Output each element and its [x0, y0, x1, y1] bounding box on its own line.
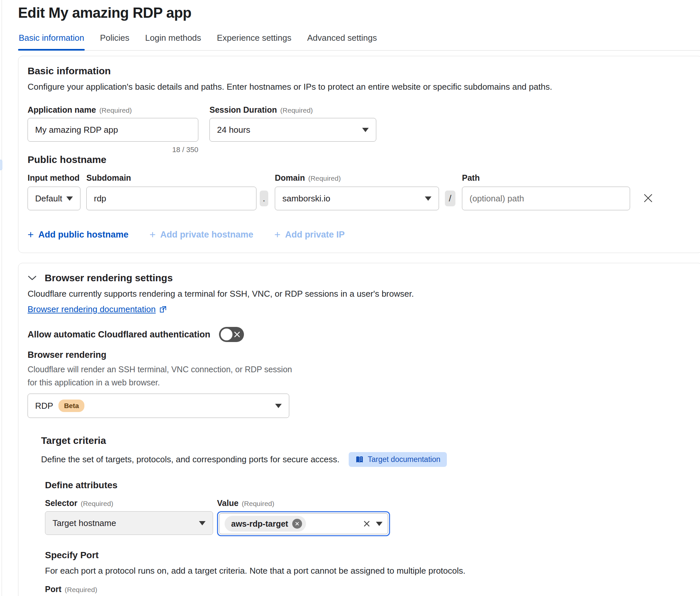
remove-tag-button[interactable] — [292, 519, 302, 529]
selector-label: Selector — [45, 498, 77, 507]
collapse-section-button[interactable] — [28, 275, 37, 281]
selector-select[interactable]: Target hostname — [45, 511, 213, 535]
subdomain-label: Subdomain — [86, 173, 256, 183]
path-label: Path — [462, 173, 630, 183]
domain-label: Domain — [275, 173, 305, 182]
browser-rendering-doc-link[interactable]: Browser rendering documentation — [28, 304, 167, 315]
add-private-ip-label: Add private IP — [285, 230, 345, 240]
session-duration-value: 24 hours — [217, 125, 250, 135]
browser-rendering-select-description: Cloudflare will render an SSH terminal, … — [28, 363, 297, 389]
selector-required: (Required) — [81, 500, 113, 507]
chevron-down-icon — [66, 197, 73, 201]
plus-icon: + — [28, 229, 34, 241]
path-input[interactable] — [462, 187, 630, 210]
port-required: (Required) — [65, 586, 97, 593]
tab-policies[interactable]: Policies — [99, 30, 130, 50]
target-documentation-badge[interactable]: Target documentation — [349, 452, 447, 467]
browser-rendering-select-label: Browser rendering — [28, 350, 693, 360]
slash-separator: / — [445, 191, 456, 206]
add-private-ip-button[interactable]: + Add private IP — [274, 229, 344, 241]
left-edge-highlight — [0, 160, 2, 170]
chevron-down-icon — [376, 522, 383, 526]
define-attributes-heading: Define attributes — [45, 480, 693, 491]
toggle-knob — [221, 328, 232, 340]
target-documentation-label: Target documentation — [368, 455, 440, 464]
tab-advanced-settings[interactable]: Advanced settings — [306, 30, 377, 50]
chevron-down-icon — [199, 521, 206, 525]
port-label: Port — [45, 585, 61, 594]
tab-login-methods[interactable]: Login methods — [145, 30, 202, 50]
specify-port-section: Specify Port For each port a protocol ru… — [45, 550, 693, 596]
value-required: (Required) — [242, 500, 274, 507]
application-name-input[interactable] — [28, 118, 198, 142]
session-duration-label: Session Duration — [209, 105, 277, 114]
basic-information-card: Basic information Configure your applica… — [18, 56, 700, 253]
close-icon — [295, 521, 300, 526]
browser-rendering-select[interactable]: RDP Beta — [28, 394, 289, 418]
browser-rendering-description: Cloudflare currently supports rendering … — [28, 289, 693, 299]
session-duration-select[interactable]: 24 hours — [209, 118, 376, 142]
close-icon — [643, 193, 654, 204]
session-duration-required: (Required) — [280, 106, 313, 114]
target-criteria-description: Define the set of targets, protocols, an… — [41, 454, 339, 465]
plus-icon: + — [149, 229, 156, 241]
application-name-char-count: 18 / 350 — [28, 146, 198, 154]
browser-rendering-card: Browser rendering settings Cloudflare cu… — [18, 263, 700, 596]
public-hostname-row: Input method Default Subdomain . Domain(… — [28, 173, 693, 210]
page-title: Edit My amazing RDP app — [18, 5, 700, 21]
value-multiselect-focus-ring: aws-rdp-target — [217, 511, 390, 536]
target-criteria-section: Target criteria Define the set of target… — [41, 435, 693, 596]
value-tag: aws-rdp-target — [225, 516, 306, 531]
basic-information-heading: Basic information — [28, 66, 693, 77]
browser-rendering-heading: Browser rendering settings — [45, 272, 173, 283]
basic-information-description: Configure your application's basic detai… — [28, 82, 693, 92]
public-hostname-heading: Public hostname — [28, 154, 693, 165]
remove-hostname-button[interactable] — [643, 193, 654, 204]
book-icon — [355, 456, 364, 464]
add-public-hostname-label: Add public hostname — [38, 230, 129, 240]
edit-application-page: Edit My amazing RDP app Basic informatio… — [0, 5, 700, 596]
tab-experience-settings[interactable]: Experience settings — [216, 30, 292, 50]
close-icon — [363, 520, 371, 528]
application-name-required: (Required) — [99, 106, 132, 114]
define-attributes-section: Define attributes Selector(Required) Val… — [45, 480, 693, 596]
beta-badge: Beta — [58, 399, 85, 412]
browser-rendering-doc-link-label: Browser rendering documentation — [28, 304, 156, 315]
chevron-down-icon — [275, 404, 282, 408]
tab-bar: Basic information Policies Login methods… — [18, 30, 700, 51]
value-label: Value — [217, 498, 238, 507]
cloudflared-auth-toggle-label: Allow automatic Cloudflared authenticati… — [28, 329, 210, 340]
input-method-select[interactable]: Default — [28, 187, 80, 210]
external-link-icon — [159, 305, 167, 314]
specify-port-description: For each port a protocol runs on, add a … — [45, 566, 693, 576]
domain-select[interactable]: samborski.io — [275, 187, 439, 210]
add-private-hostname-button[interactable]: + Add private hostname — [149, 229, 253, 241]
input-method-label: Input method — [28, 173, 80, 183]
browser-rendering-select-value: RDP — [35, 401, 53, 411]
selector-value: Target hostname — [53, 518, 116, 528]
clear-value-button[interactable] — [363, 520, 371, 528]
subdomain-input[interactable] — [86, 187, 256, 210]
domain-required: (Required) — [308, 174, 341, 182]
add-public-hostname-button[interactable]: + Add public hostname — [28, 229, 128, 241]
application-name-label: Application name — [28, 105, 96, 114]
value-tag-label: aws-rdp-target — [231, 519, 288, 529]
value-multiselect[interactable]: aws-rdp-target — [219, 513, 388, 534]
add-private-hostname-label: Add private hostname — [160, 230, 254, 240]
chevron-down-icon — [28, 275, 37, 281]
plus-icon: + — [274, 229, 280, 241]
dot-separator: . — [260, 191, 268, 206]
cloudflared-auth-toggle[interactable] — [219, 327, 244, 342]
chevron-down-icon — [425, 197, 432, 201]
chevron-down-icon — [362, 128, 369, 132]
input-method-value: Default — [35, 194, 62, 204]
specify-port-heading: Specify Port — [45, 550, 693, 561]
target-criteria-heading: Target criteria — [41, 435, 693, 446]
toggle-off-x-icon — [233, 331, 241, 338]
tab-basic-information[interactable]: Basic information — [18, 30, 85, 50]
domain-value: samborski.io — [282, 194, 330, 204]
hostname-actions: + Add public hostname + Add private host… — [28, 229, 693, 241]
left-panel-divider — [2, 0, 2, 596]
